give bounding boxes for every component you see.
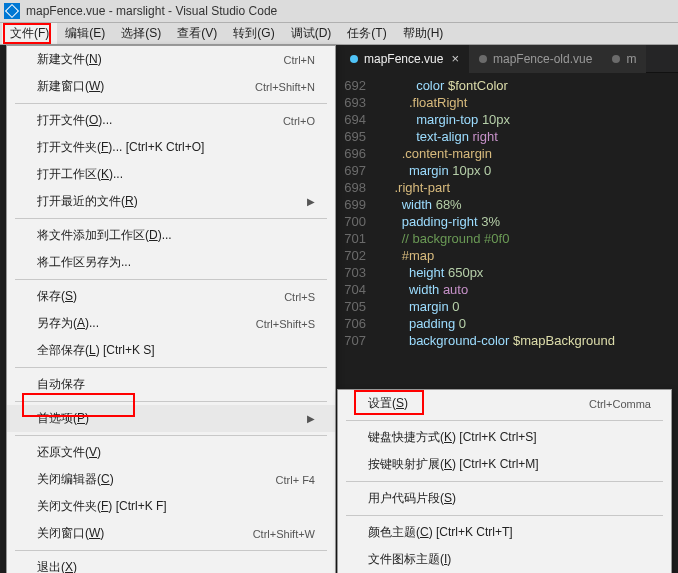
menu-item-label: 设置(S) bbox=[368, 395, 408, 412]
menu-item[interactable]: 将文件添加到工作区(D)... bbox=[7, 222, 335, 249]
menu-item[interactable]: 自动保存 bbox=[7, 371, 335, 398]
menu-item-label: 文件图标主题(I) bbox=[368, 551, 451, 568]
code-editor[interactable]: 692 color $fontColor693 .floatRight694 m… bbox=[340, 73, 678, 353]
menu-separator bbox=[15, 103, 327, 104]
menu-item-label: 保存(S) bbox=[37, 288, 77, 305]
menu-item[interactable]: 关闭编辑器(C)Ctrl+ F4 bbox=[7, 466, 335, 493]
code-line: 696 .content-margin bbox=[340, 145, 678, 162]
menu-shortcut: Ctrl+O bbox=[283, 115, 315, 127]
menu-item[interactable]: 设置(S)Ctrl+Comma bbox=[338, 390, 671, 417]
line-number: 707 bbox=[340, 332, 380, 349]
menu-item-label: 打开最近的文件(R) bbox=[37, 193, 138, 210]
menu-separator bbox=[346, 515, 663, 516]
line-number: 692 bbox=[340, 77, 380, 94]
line-number: 695 bbox=[340, 128, 380, 145]
menu-item[interactable]: 颜色主题(C) [Ctrl+K Ctrl+T] bbox=[338, 519, 671, 546]
menu-goto[interactable]: 转到(G) bbox=[225, 23, 282, 44]
menu-item-label: 用户代码片段(S) bbox=[368, 490, 456, 507]
menu-item[interactable]: 关闭窗口(W)Ctrl+Shift+W bbox=[7, 520, 335, 547]
line-number: 704 bbox=[340, 281, 380, 298]
line-number: 697 bbox=[340, 162, 380, 179]
code-line: 704 width auto bbox=[340, 281, 678, 298]
line-number: 703 bbox=[340, 264, 380, 281]
close-icon[interactable]: × bbox=[451, 51, 459, 66]
menu-item[interactable]: 新建文件(N)Ctrl+N bbox=[7, 46, 335, 73]
titlebar: mapFence.vue - marslight - Visual Studio… bbox=[0, 0, 678, 23]
menu-item[interactable]: 还原文件(V) bbox=[7, 439, 335, 466]
menu-item-label: 还原文件(V) bbox=[37, 444, 101, 461]
menu-item-label: 退出(X) bbox=[37, 559, 77, 573]
menu-item[interactable]: 保存(S)Ctrl+S bbox=[7, 283, 335, 310]
menu-item[interactable]: 打开文件(O)...Ctrl+O bbox=[7, 107, 335, 134]
tab-mapfence-old[interactable]: mapFence-old.vue bbox=[469, 45, 602, 73]
preferences-submenu: 设置(S)Ctrl+Comma键盘快捷方式(K) [Ctrl+K Ctrl+S]… bbox=[337, 389, 672, 573]
menu-item[interactable]: 用户代码片段(S) bbox=[338, 485, 671, 512]
menu-shortcut: Ctrl+Shift+W bbox=[253, 528, 315, 540]
menu-shortcut: Ctrl+ F4 bbox=[276, 474, 315, 486]
code-line: 707 background-color $mapBackground bbox=[340, 332, 678, 349]
menu-item-label: 自动保存 bbox=[37, 376, 85, 393]
code-line: 693 .floatRight bbox=[340, 94, 678, 111]
menu-item-label: 另存为(A)... bbox=[37, 315, 99, 332]
menu-item-label: 打开文件夹(F)... [Ctrl+K Ctrl+O] bbox=[37, 139, 204, 156]
menu-item[interactable]: 按键映射扩展(K) [Ctrl+K Ctrl+M] bbox=[338, 451, 671, 478]
menu-item[interactable]: 退出(X) bbox=[7, 554, 335, 573]
menu-item-label: 键盘快捷方式(K) [Ctrl+K Ctrl+S] bbox=[368, 429, 537, 446]
menu-item-label: 关闭文件夹(F) [Ctrl+K F] bbox=[37, 498, 167, 515]
file-modified-icon bbox=[350, 55, 358, 63]
menu-view[interactable]: 查看(V) bbox=[169, 23, 225, 44]
menu-item-label: 将工作区另存为... bbox=[37, 254, 131, 271]
menu-item-label: 全部保存(L) [Ctrl+K S] bbox=[37, 342, 155, 359]
editor-area: mapFence.vue × mapFence-old.vue m 692 co… bbox=[340, 45, 678, 353]
menu-item[interactable]: 全部保存(L) [Ctrl+K S] bbox=[7, 337, 335, 364]
code-line: 700 padding-right 3% bbox=[340, 213, 678, 230]
code-line: 706 padding 0 bbox=[340, 315, 678, 332]
menu-shortcut: Ctrl+Comma bbox=[589, 398, 651, 410]
menu-file[interactable]: 文件(F) bbox=[2, 23, 57, 44]
code-line: 692 color $fontColor bbox=[340, 77, 678, 94]
tab-m[interactable]: m bbox=[602, 45, 646, 73]
menu-shortcut: Ctrl+Shift+N bbox=[255, 81, 315, 93]
menu-separator bbox=[15, 401, 327, 402]
menu-separator bbox=[15, 435, 327, 436]
menu-item[interactable]: 关闭文件夹(F) [Ctrl+K F] bbox=[7, 493, 335, 520]
menu-tasks[interactable]: 任务(T) bbox=[339, 23, 394, 44]
menu-separator bbox=[346, 481, 663, 482]
menu-shortcut: Ctrl+N bbox=[284, 54, 315, 66]
menu-edit[interactable]: 编辑(E) bbox=[57, 23, 113, 44]
code-line: 702 #map bbox=[340, 247, 678, 264]
code-line: 694 margin-top 10px bbox=[340, 111, 678, 128]
code-line: 701 // background #0f0 bbox=[340, 230, 678, 247]
menu-item[interactable]: 打开最近的文件(R)▶ bbox=[7, 188, 335, 215]
code-line: 699 width 68% bbox=[340, 196, 678, 213]
menu-debug[interactable]: 调试(D) bbox=[283, 23, 340, 44]
menu-item[interactable]: 打开工作区(K)... bbox=[7, 161, 335, 188]
menu-separator bbox=[346, 420, 663, 421]
line-number: 699 bbox=[340, 196, 380, 213]
menu-separator bbox=[15, 550, 327, 551]
code-line: 705 margin 0 bbox=[340, 298, 678, 315]
tab-mapfence[interactable]: mapFence.vue × bbox=[340, 45, 469, 73]
tabs: mapFence.vue × mapFence-old.vue m bbox=[340, 45, 678, 73]
tab-label: mapFence.vue bbox=[364, 52, 443, 66]
menu-item[interactable]: 键盘快捷方式(K) [Ctrl+K Ctrl+S] bbox=[338, 424, 671, 451]
menu-separator bbox=[15, 218, 327, 219]
line-number: 700 bbox=[340, 213, 380, 230]
tab-label: mapFence-old.vue bbox=[493, 52, 592, 66]
menu-item[interactable]: 新建窗口(W)Ctrl+Shift+N bbox=[7, 73, 335, 100]
menu-select[interactable]: 选择(S) bbox=[113, 23, 169, 44]
menu-item-label: 新建文件(N) bbox=[37, 51, 102, 68]
menubar: 文件(F) 编辑(E) 选择(S) 查看(V) 转到(G) 调试(D) 任务(T… bbox=[0, 23, 678, 45]
menu-help[interactable]: 帮助(H) bbox=[395, 23, 452, 44]
line-number: 698 bbox=[340, 179, 380, 196]
menu-separator bbox=[15, 279, 327, 280]
menu-item[interactable]: 将工作区另存为... bbox=[7, 249, 335, 276]
code-line: 703 height 650px bbox=[340, 264, 678, 281]
code-line: 695 text-align right bbox=[340, 128, 678, 145]
menu-item[interactable]: 打开文件夹(F)... [Ctrl+K Ctrl+O] bbox=[7, 134, 335, 161]
menu-item[interactable]: 文件图标主题(I) bbox=[338, 546, 671, 573]
menu-item[interactable]: 首选项(P)▶ bbox=[7, 405, 335, 432]
menu-item[interactable]: 另存为(A)...Ctrl+Shift+S bbox=[7, 310, 335, 337]
menu-item-label: 按键映射扩展(K) [Ctrl+K Ctrl+M] bbox=[368, 456, 539, 473]
menu-item-label: 关闭编辑器(C) bbox=[37, 471, 114, 488]
